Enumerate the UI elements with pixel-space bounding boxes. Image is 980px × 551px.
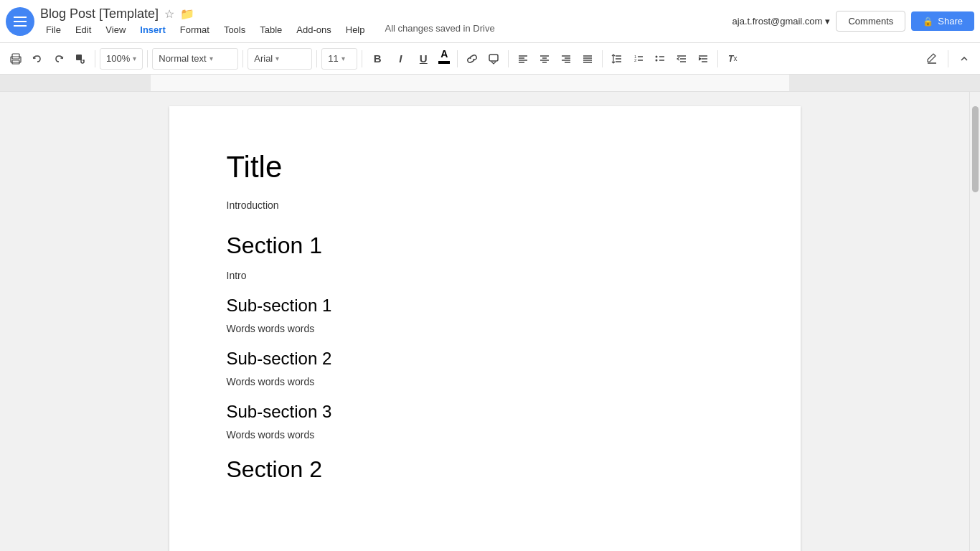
separator-3 [242,50,243,67]
font-arrow: ▾ [275,55,279,62]
clear-format-button[interactable]: Tx [722,48,743,70]
separator-2 [147,50,148,67]
document[interactable]: Title Introduction Section 1 Intro Sub-s… [169,106,801,551]
zoom-dropdown[interactable]: 100% ▾ [100,48,143,70]
separator-1 [95,50,95,67]
ruler [0,75,980,92]
document-subsection3-body[interactable]: Words words words [227,429,743,441]
clear-format-label: T [728,54,733,64]
top-bar: Blog Post [Template] ☆ 📁 File Edit View … [0,0,980,43]
document-subsection2-heading[interactable]: Sub-section 2 [227,349,743,369]
menu-file[interactable]: File [40,23,67,37]
align-center-button[interactable] [534,48,555,70]
line-spacing-button[interactable] [607,48,627,70]
separator-8 [602,50,603,67]
doc-title: Blog Post [Template] [40,6,159,22]
text-color-bar [438,61,450,64]
separator-10 [948,50,948,67]
align-justify-button[interactable] [578,48,598,70]
toolbar: 100% ▾ Normal text ▾ Arial ▾ 11 ▾ B I U … [0,43,980,75]
document-section1-heading[interactable]: Section 1 [227,231,743,261]
font-value: Arial [254,53,273,64]
doc-area: Title Introduction Section 1 Intro Sub-s… [0,92,969,551]
separator-6 [457,50,458,67]
decrease-indent-button[interactable] [672,48,692,70]
increase-indent-button[interactable] [693,48,713,70]
share-label: Share [938,16,963,27]
top-right-area: aja.t.frost@gmail.com ▾ Comments 🔒 Share [732,11,974,32]
paragraph-style-dropdown[interactable]: Normal text ▾ [152,48,238,70]
separator-5 [362,50,362,67]
link-button[interactable] [462,48,482,70]
paragraph-arrow: ▾ [209,55,213,62]
menu-table[interactable]: Table [254,23,288,37]
separator-9 [717,50,718,67]
text-color-label: A [440,48,448,60]
font-dropdown[interactable]: Arial ▾ [248,48,312,70]
zoom-value: 100% [106,53,130,64]
font-size-arrow: ▾ [341,55,345,62]
document-subsection1-body[interactable]: Words words words [227,323,743,334]
svg-point-29 [656,55,658,57]
share-button[interactable]: 🔒 Share [911,11,974,31]
italic-button[interactable]: I [390,48,411,70]
menu-tools[interactable]: Tools [218,23,251,37]
separator-4 [316,50,317,67]
align-right-button[interactable] [556,48,576,70]
separator-7 [508,50,509,67]
font-size-value: 11 [328,53,338,64]
menu-addons[interactable]: Add-ons [291,23,336,37]
app-menu-button[interactable] [6,7,34,36]
menu-insert[interactable]: Insert [134,23,171,37]
document-subsection3-heading[interactable]: Sub-section 3 [227,402,743,422]
paragraph-style-value: Normal text [159,53,206,64]
lock-icon: 🔒 [923,17,933,27]
zoom-arrow: ▾ [133,55,136,62]
align-left-button[interactable] [513,48,533,70]
svg-text:2: 2 [634,58,637,62]
numbered-list-button[interactable]: 12 [628,48,649,70]
ruler-inner [0,75,980,91]
user-email: aja.t.frost@gmail.com [732,16,823,27]
bullet-list-button[interactable] [650,48,670,70]
underline-button[interactable]: U [413,48,434,70]
svg-rect-4 [489,55,498,61]
collapse-toolbar-button[interactable] [954,48,974,70]
menu-view[interactable]: View [100,23,131,37]
font-size-dropdown[interactable]: 11 ▾ [321,48,357,70]
bold-button[interactable]: B [367,48,388,70]
doc-title-area: Blog Post [Template] ☆ 📁 File Edit View … [40,6,732,37]
document-title[interactable]: Title [227,149,743,185]
paint-format-button[interactable] [70,48,90,70]
comments-button[interactable]: Comments [836,11,905,32]
menu-bar: File Edit View Insert Format Tools Table… [40,23,732,37]
star-icon[interactable]: ☆ [164,7,174,21]
folder-icon[interactable]: 📁 [180,7,194,21]
comment-button[interactable] [484,48,504,70]
save-status: All changes saved in Drive [385,23,495,37]
document-subsection1-heading[interactable]: Sub-section 1 [227,296,743,316]
svg-point-31 [656,59,658,61]
print-button[interactable] [6,48,26,70]
scrollbar[interactable] [969,92,980,551]
menu-format[interactable]: Format [174,23,215,37]
document-section1-intro[interactable]: Intro [227,270,743,281]
user-dropdown-icon[interactable]: ▾ [825,16,830,27]
document-introduction[interactable]: Introduction [227,199,743,211]
user-info[interactable]: aja.t.frost@gmail.com ▾ [732,16,831,27]
document-section2-heading[interactable]: Section 2 [227,455,743,485]
scroll-thumb[interactable] [972,106,979,192]
pen-button[interactable] [922,48,942,70]
main-area: Title Introduction Section 1 Intro Sub-s… [0,92,980,551]
text-color-button[interactable]: A [435,48,453,70]
document-subsection2-body[interactable]: Words words words [227,376,743,387]
menu-edit[interactable]: Edit [70,23,97,37]
menu-help[interactable]: Help [340,23,371,37]
redo-button[interactable] [49,48,69,70]
undo-button[interactable] [27,48,47,70]
